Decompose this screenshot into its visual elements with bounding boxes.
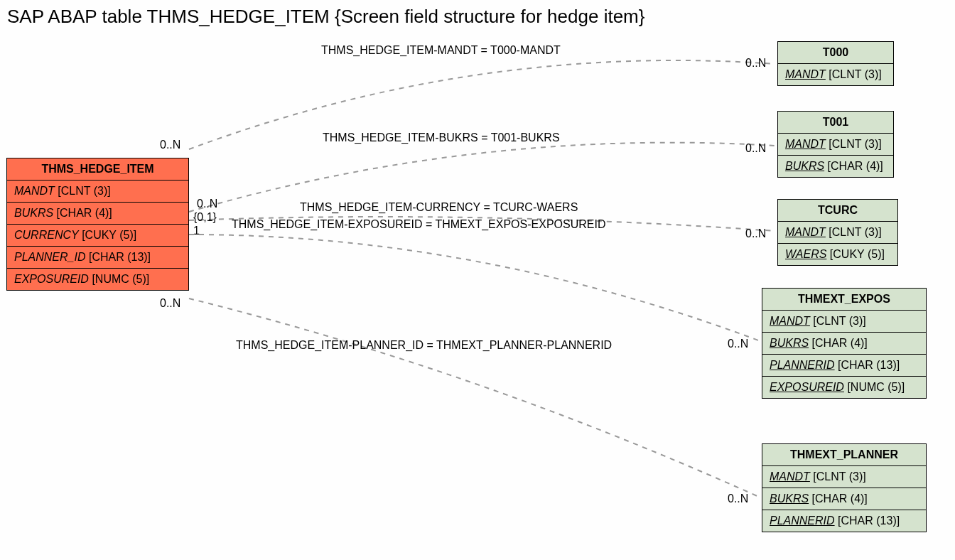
entity-field: BUKRS [CHAR (4)]	[7, 203, 188, 225]
page-title: SAP ABAP table THMS_HEDGE_ITEM {Screen f…	[7, 6, 644, 28]
entity-thmext-planner: THMEXT_PLANNER MANDT [CLNT (3)] BUKRS [C…	[762, 443, 927, 532]
cardinality: 0..N	[728, 492, 748, 505]
cardinality: 0..N	[728, 338, 748, 350]
entity-field: MANDT [CLNT (3)]	[778, 222, 897, 244]
cardinality: 0..N	[197, 198, 217, 210]
cardinality: 1	[193, 225, 200, 237]
entity-header: THMS_HEDGE_ITEM	[7, 158, 188, 181]
entity-field: MANDT [CLNT (3)]	[778, 64, 893, 85]
entity-t001: T001 MANDT [CLNT (3)] BUKRS [CHAR (4)]	[777, 111, 894, 178]
entity-field: MANDT [CLNT (3)]	[778, 134, 893, 156]
entity-field: CURRENCY [CUKY (5)]	[7, 225, 188, 247]
cardinality: 0..N	[745, 57, 766, 70]
entity-header: TCURC	[778, 200, 897, 222]
entity-header: THMEXT_PLANNER	[762, 444, 926, 466]
entity-field: WAERS [CUKY (5)]	[778, 244, 897, 265]
relation-label: THMS_HEDGE_ITEM-MANDT = T000-MANDT	[321, 44, 561, 57]
entity-field: BUKRS [CHAR (4)]	[778, 156, 893, 177]
entity-field: BUKRS [CHAR (4)]	[762, 333, 926, 355]
entity-field: EXPOSUREID [NUMC (5)]	[7, 269, 188, 290]
entity-header: THMEXT_EXPOS	[762, 289, 926, 311]
entity-header: T000	[778, 42, 893, 64]
cardinality: 0..N	[160, 297, 180, 310]
relation-label: THMS_HEDGE_ITEM-CURRENCY = TCURC-WAERS	[300, 201, 578, 214]
entity-field: PLANNERID [CHAR (13)]	[762, 355, 926, 377]
cardinality: {0,1}	[193, 211, 217, 224]
relation-label: THMS_HEDGE_ITEM-EXPOSUREID = THMEXT_EXPO…	[232, 218, 605, 231]
cardinality: 0..N	[745, 227, 766, 240]
relation-label: THMS_HEDGE_ITEM-BUKRS = T001-BUKRS	[323, 131, 560, 144]
entity-field: MANDT [CLNT (3)]	[762, 311, 926, 333]
entity-field: MANDT [CLNT (3)]	[762, 466, 926, 488]
entity-tcurc: TCURC MANDT [CLNT (3)] WAERS [CUKY (5)]	[777, 199, 898, 266]
entity-thms-hedge-item: THMS_HEDGE_ITEM MANDT [CLNT (3)] BUKRS […	[6, 158, 189, 291]
entity-field: PLANNERID [CHAR (13)]	[762, 510, 926, 532]
relation-label: THMS_HEDGE_ITEM-PLANNER_ID = THMEXT_PLAN…	[236, 339, 612, 352]
entity-field: EXPOSUREID [NUMC (5)]	[762, 377, 926, 398]
entity-header: T001	[778, 112, 893, 134]
entity-field: PLANNER_ID [CHAR (13)]	[7, 247, 188, 269]
entity-field: MANDT [CLNT (3)]	[7, 181, 188, 203]
entity-thmext-expos: THMEXT_EXPOS MANDT [CLNT (3)] BUKRS [CHA…	[762, 288, 927, 399]
cardinality: 0..N	[160, 139, 180, 151]
entity-t000: T000 MANDT [CLNT (3)]	[777, 41, 894, 86]
cardinality: 0..N	[745, 142, 766, 155]
entity-field: BUKRS [CHAR (4)]	[762, 488, 926, 510]
